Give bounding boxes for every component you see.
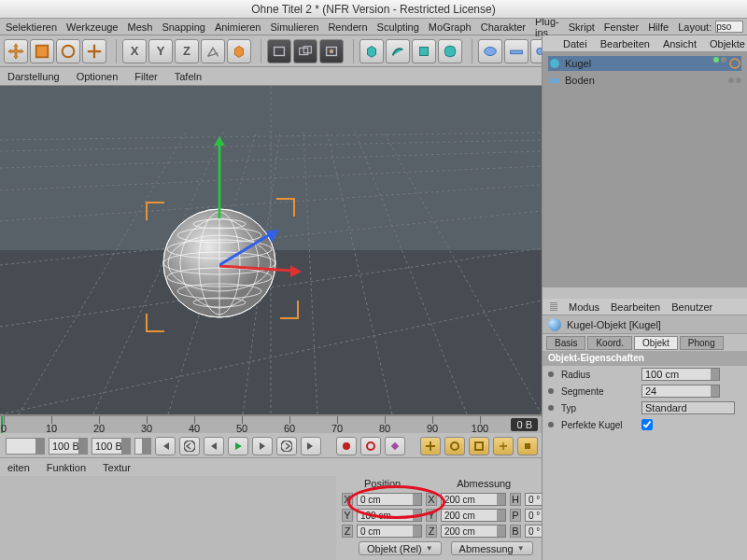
om-tab[interactable]: Bearbeiten bbox=[600, 38, 650, 49]
render-view-icon[interactable] bbox=[267, 39, 291, 63]
cube-tool-icon[interactable] bbox=[227, 39, 251, 63]
dimension-field[interactable]: 200 cm bbox=[441, 525, 506, 538]
frame-end-field[interactable]: 100 B bbox=[49, 438, 88, 455]
menu-item[interactable]: Rendern bbox=[328, 21, 367, 33]
range-end-field[interactable] bbox=[134, 438, 151, 455]
record-button[interactable] bbox=[336, 437, 357, 455]
attr-tab-objekt[interactable]: Objekt bbox=[634, 336, 678, 350]
anim-dot-icon[interactable] bbox=[548, 371, 554, 377]
dimension-field[interactable]: 200 cm bbox=[441, 509, 506, 522]
menu-item[interactable]: Fenster bbox=[604, 21, 639, 33]
dimension-field[interactable]: 200 cm bbox=[441, 493, 506, 506]
radius-field[interactable]: 100 cm bbox=[641, 368, 720, 381]
visibility-dot[interactable] bbox=[713, 57, 719, 63]
position-field[interactable]: 0 cm bbox=[357, 525, 422, 538]
go-end-button[interactable] bbox=[301, 437, 321, 455]
primitive-cube-icon[interactable] bbox=[359, 39, 384, 63]
menu-item[interactable]: MoGraph bbox=[429, 21, 472, 33]
drag-grip-icon[interactable] bbox=[550, 302, 557, 312]
menu-item[interactable]: Simulieren bbox=[270, 21, 318, 33]
spline-pen-icon[interactable] bbox=[386, 39, 410, 63]
y-lock-icon[interactable]: Y bbox=[148, 39, 173, 63]
visibility-dot[interactable] bbox=[728, 77, 734, 83]
pla-key-button[interactable] bbox=[517, 437, 538, 455]
coord-mode-button[interactable]: Objekt (Rel)▼ bbox=[359, 541, 442, 555]
prev-key-button[interactable] bbox=[179, 437, 200, 455]
sphere-object[interactable] bbox=[112, 142, 327, 357]
go-start-button[interactable] bbox=[155, 437, 176, 455]
om-tab[interactable]: Datei bbox=[563, 38, 587, 49]
hierarchy-row[interactable]: Boden bbox=[548, 73, 741, 88]
tag-icon[interactable] bbox=[728, 57, 741, 70]
layout-field[interactable] bbox=[715, 21, 743, 33]
rot-key-button[interactable] bbox=[469, 437, 489, 455]
menu-item[interactable]: Animieren bbox=[215, 21, 261, 33]
prev-frame-button[interactable] bbox=[204, 437, 224, 455]
param-key-button[interactable] bbox=[493, 437, 514, 455]
cross-tool-icon[interactable] bbox=[82, 39, 106, 63]
z-lock-icon[interactable]: Z bbox=[175, 39, 199, 63]
bm-tab[interactable]: Textur bbox=[103, 462, 131, 473]
autokey-button[interactable] bbox=[360, 437, 381, 455]
rotate-tool-icon[interactable] bbox=[56, 39, 80, 63]
om-tab[interactable]: Ansicht bbox=[663, 38, 697, 49]
generator-icon[interactable] bbox=[412, 39, 436, 63]
move-tool-icon[interactable] bbox=[4, 39, 28, 63]
z-axis-arrow[interactable] bbox=[219, 226, 285, 273]
hierarchy-row[interactable]: Kugel bbox=[548, 56, 741, 71]
range-start-field[interactable]: 100 B bbox=[92, 438, 131, 455]
anim-dot-icon[interactable] bbox=[548, 405, 554, 411]
bm-tab[interactable]: Funktion bbox=[47, 462, 86, 473]
attr-top-tab[interactable]: Modus bbox=[569, 301, 599, 313]
subbar-item[interactable]: Tafeln bbox=[175, 71, 202, 82]
perfekte-checkbox[interactable] bbox=[641, 419, 653, 430]
timeline-ruler[interactable]: 0 B /*ticks rendered below via JS*/ 0102… bbox=[0, 416, 542, 433]
position-field[interactable]: 100 cm bbox=[357, 509, 422, 522]
scale-tool-icon[interactable] bbox=[30, 39, 54, 63]
anim-dot-icon[interactable] bbox=[548, 388, 554, 394]
segmente-field[interactable]: 24 bbox=[641, 385, 720, 398]
menu-item[interactable]: Hilfe bbox=[648, 21, 669, 33]
typ-select[interactable]: Standard bbox=[641, 401, 735, 414]
play-button[interactable] bbox=[228, 437, 248, 455]
floor-icon[interactable] bbox=[504, 39, 529, 63]
attr-tab-basis[interactable]: Basis bbox=[546, 336, 585, 350]
scale-key-button[interactable] bbox=[444, 437, 465, 455]
coord-dim-button[interactable]: Abmessung▼ bbox=[451, 541, 533, 555]
next-frame-button[interactable] bbox=[252, 437, 273, 455]
menu-item[interactable]: Selektieren bbox=[6, 21, 57, 33]
render-dot[interactable] bbox=[736, 77, 741, 83]
menu-item[interactable]: Plug-ins bbox=[535, 16, 559, 38]
menu-item[interactable]: Skript bbox=[569, 21, 595, 33]
om-tab[interactable]: Objekte bbox=[710, 38, 745, 49]
menu-item[interactable]: Charakter bbox=[481, 21, 526, 33]
subbar-item[interactable]: Optionen bbox=[77, 71, 119, 82]
anim-dot-icon[interactable] bbox=[548, 422, 554, 427]
menu-item[interactable]: Mesh bbox=[127, 21, 152, 33]
position-field[interactable]: 0 cm bbox=[357, 493, 422, 506]
deformer-icon[interactable] bbox=[438, 39, 462, 63]
attr-top-tab[interactable]: Bearbeiten bbox=[611, 301, 660, 313]
x-lock-icon[interactable]: X bbox=[122, 39, 147, 63]
menu-item[interactable]: Werkzeuge bbox=[66, 21, 118, 33]
next-key-button[interactable] bbox=[276, 437, 297, 455]
hierarchy-list[interactable]: Kugel Boden bbox=[543, 52, 747, 287]
coord-system-icon[interactable] bbox=[201, 39, 225, 63]
pos-key-button[interactable] bbox=[420, 437, 441, 455]
y-axis-arrow[interactable] bbox=[210, 136, 229, 220]
attr-top-tab[interactable]: Benutzer bbox=[671, 301, 712, 313]
bm-tab[interactable]: eiten bbox=[7, 462, 30, 473]
render-settings-icon[interactable] bbox=[293, 39, 317, 63]
render-active-icon[interactable] bbox=[319, 39, 344, 63]
render-dot[interactable] bbox=[721, 57, 726, 63]
frame-start-field[interactable] bbox=[6, 438, 45, 455]
menu-item[interactable]: Snapping bbox=[162, 21, 205, 33]
environment-icon[interactable] bbox=[478, 39, 502, 63]
attr-tab-phong[interactable]: Phong bbox=[680, 336, 724, 350]
subbar-item[interactable]: Darstellung bbox=[7, 71, 60, 82]
subbar-item[interactable]: Filter bbox=[134, 71, 157, 82]
attr-tab-koord[interactable]: Koord. bbox=[587, 336, 631, 350]
menu-item[interactable]: Sculpting bbox=[377, 21, 419, 33]
viewport[interactable] bbox=[0, 86, 542, 414]
keyframe-selection-button[interactable] bbox=[385, 437, 405, 455]
